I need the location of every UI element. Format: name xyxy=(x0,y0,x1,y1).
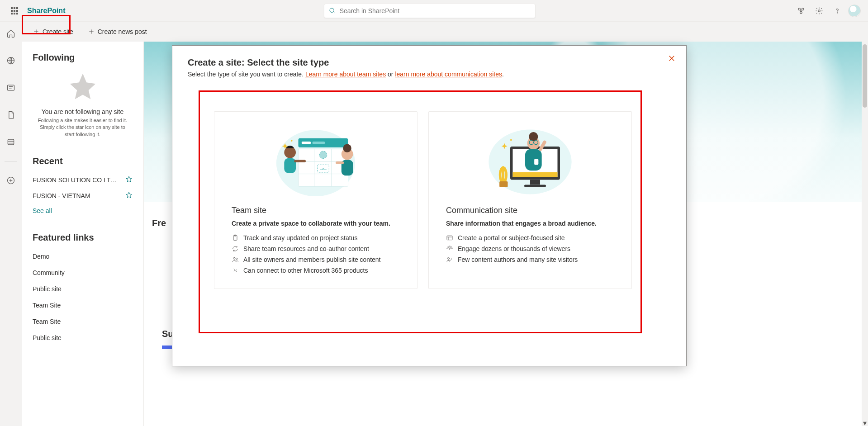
app-title[interactable]: SharePoint xyxy=(27,7,65,15)
help-button[interactable] xyxy=(830,4,844,18)
team-card-tagline: Create a private space to collaborate wi… xyxy=(232,220,400,227)
svg-rect-8 xyxy=(8,85,14,90)
feature-item: Track and stay updated on project status xyxy=(232,234,400,241)
rail-create[interactable] xyxy=(2,171,20,189)
plus-icon xyxy=(33,28,40,35)
team-feature-list: Track and stay updated on project status… xyxy=(232,234,400,274)
recent-item[interactable]: FUSION SOLUTION CO LTD ... xyxy=(33,172,133,188)
rail-files[interactable] xyxy=(2,106,20,124)
feature-item: Can connect to other Microsoft 365 produ… xyxy=(232,267,400,274)
svg-point-5 xyxy=(818,9,821,12)
svg-point-4 xyxy=(800,11,802,14)
recent-item[interactable]: FUSION - VIETNAM xyxy=(33,188,133,204)
connections-button[interactable] xyxy=(794,4,808,18)
svg-rect-40 xyxy=(336,161,344,164)
frequent-sites-heading: Fre xyxy=(152,218,166,228)
svg-rect-61 xyxy=(447,236,452,240)
svg-line-1 xyxy=(333,12,335,14)
site-type-cards: Team site Create a private space to coll… xyxy=(214,111,671,289)
svg-rect-58 xyxy=(534,159,538,165)
create-site-modal: Create a site: Select the site type Sele… xyxy=(172,45,687,366)
feature-text: All site owners and members publish site… xyxy=(243,256,380,263)
header-bar: SharePoint xyxy=(0,0,868,22)
search-box[interactable] xyxy=(324,4,536,18)
svg-point-41 xyxy=(291,140,293,142)
search-input[interactable] xyxy=(340,7,531,14)
featured-link[interactable]: Public site xyxy=(33,281,133,297)
follow-star-button[interactable] xyxy=(125,191,133,200)
close-icon xyxy=(668,54,676,62)
rail-lists[interactable] xyxy=(2,133,20,151)
feature-text: Share team resources and co-author conte… xyxy=(243,245,369,252)
modal-inner: Create a site: Select the site type Sele… xyxy=(172,46,686,301)
recent-heading: Recent xyxy=(33,156,133,166)
gear-icon xyxy=(815,7,823,15)
scrollbar-down[interactable]: ▾ xyxy=(862,420,868,426)
featured-link[interactable]: Team Site xyxy=(33,313,133,330)
star-icon xyxy=(125,191,133,199)
left-rail xyxy=(0,22,22,426)
header-right xyxy=(794,4,864,18)
rail-news[interactable] xyxy=(2,79,20,97)
svg-point-45 xyxy=(236,258,237,259)
home-icon xyxy=(6,29,15,38)
svg-rect-25 xyxy=(302,142,311,144)
author-icon xyxy=(446,256,453,263)
create-site-label: Create site xyxy=(43,28,73,35)
featured-link[interactable]: Demo xyxy=(33,248,133,265)
feature-text: Can connect to other Microsoft 365 produ… xyxy=(243,267,368,274)
create-news-post-label: Create news post xyxy=(98,28,147,35)
create-news-post-button[interactable]: Create news post xyxy=(82,24,152,39)
settings-button[interactable] xyxy=(812,4,826,18)
rail-global[interactable] xyxy=(2,52,20,70)
modal-close-button[interactable] xyxy=(665,52,678,65)
user-avatar[interactable] xyxy=(848,5,861,17)
feature-text: Create a portal or subject-focused site xyxy=(458,234,565,241)
globe-icon xyxy=(6,56,15,65)
featured-link[interactable]: Team Site xyxy=(33,297,133,313)
connector-icon xyxy=(232,267,239,274)
comm-illustration-icon: Human: xyxy=(480,126,580,198)
featured-link[interactable]: Community xyxy=(33,265,133,281)
communication-site-card[interactable]: Human: xyxy=(428,111,632,289)
svg-rect-50 xyxy=(530,180,540,185)
create-site-button[interactable]: Create site xyxy=(27,24,79,39)
app-launcher-button[interactable] xyxy=(4,0,25,22)
svg-point-53 xyxy=(529,132,538,141)
team-site-card[interactable]: Team site Create a private space to coll… xyxy=(214,111,417,289)
comm-site-illustration: Human: xyxy=(446,123,614,200)
comm-card-tagline: Share information that engages a broad a… xyxy=(446,220,614,227)
comm-card-title: Communication site xyxy=(446,206,614,215)
people-icon xyxy=(232,256,239,263)
learn-team-link[interactable]: Learn more about team sites xyxy=(305,71,386,78)
svg-rect-26 xyxy=(313,142,325,144)
connections-icon xyxy=(797,7,805,15)
feature-item: All site owners and members publish site… xyxy=(232,256,400,263)
news-icon xyxy=(6,83,15,92)
feature-item: Create a portal or subject-focused site xyxy=(446,234,614,241)
following-empty: You are not following any site Following… xyxy=(33,71,133,138)
svg-rect-56 xyxy=(525,149,542,171)
rail-home[interactable] xyxy=(2,24,20,43)
feature-text: Engage dozens or thousands of viewers xyxy=(458,245,570,252)
feature-text: Track and stay updated on project status xyxy=(243,234,357,241)
search-wrap xyxy=(65,4,794,18)
svg-point-64 xyxy=(449,248,451,250)
learn-comm-link[interactable]: learn more about communication sites xyxy=(395,71,502,78)
featured-link[interactable]: Public site xyxy=(33,330,133,346)
svg-point-32 xyxy=(319,151,327,159)
help-icon xyxy=(833,7,841,15)
svg-point-0 xyxy=(330,8,334,12)
scrollbar-thumb[interactable] xyxy=(863,44,867,108)
feature-item: Few content authors and many site visito… xyxy=(446,256,614,263)
search-icon xyxy=(329,7,336,14)
waffle-icon xyxy=(11,7,18,14)
see-all-link[interactable]: See all xyxy=(33,207,133,214)
clipboard-icon xyxy=(232,234,239,241)
plus-icon xyxy=(88,28,95,35)
modal-title: Create a site: Select the site type xyxy=(188,57,671,68)
svg-rect-11 xyxy=(8,139,14,145)
follow-star-button[interactable] xyxy=(125,175,133,184)
sync-icon xyxy=(232,245,239,252)
scrollbar-track[interactable]: ▴ ▾ xyxy=(862,22,868,426)
